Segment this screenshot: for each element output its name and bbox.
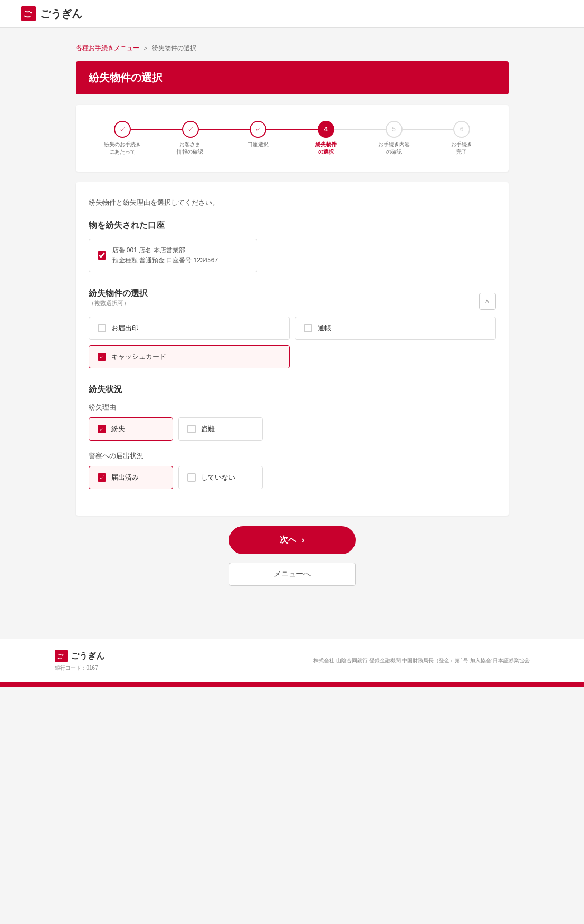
item-cash-card[interactable]: キャッシュカード bbox=[89, 345, 290, 368]
step-5-circle: 5 bbox=[386, 121, 403, 138]
menu-button[interactable]: メニューへ bbox=[229, 563, 356, 586]
account-box: 店番 001 店名 本店営業部 預金種類 普通預金 口座番号 1234567 bbox=[89, 239, 257, 272]
page-title: 紛失物件の選択 bbox=[76, 61, 509, 94]
next-button-arrow: › bbox=[302, 535, 305, 546]
step-1-right-line bbox=[131, 129, 156, 130]
next-button[interactable]: 次へ › bbox=[229, 526, 356, 554]
step-3-circle: ✓ bbox=[250, 121, 266, 138]
item-hanko[interactable]: お届出印 bbox=[89, 317, 290, 340]
step-6-left-line bbox=[428, 129, 453, 130]
red-bottom-bar bbox=[0, 682, 584, 687]
main-content: 各種お手続きメニュー ＞ 紛失物件の選択 紛失物件の選択 ✓ 紛失のお手続きにあ… bbox=[55, 28, 530, 617]
next-button-label: 次へ bbox=[280, 535, 296, 546]
button-area: 次へ › メニューへ bbox=[76, 526, 509, 586]
breadcrumb-current: 紛失物件の選択 bbox=[152, 44, 196, 53]
reason-funshitsu[interactable]: 紛失 bbox=[89, 417, 173, 441]
label-tsuchou: 通帳 bbox=[318, 323, 331, 333]
step-3-label: 口座選択 bbox=[247, 141, 269, 148]
step-indicator-card: ✓ 紛失のお手続きにあたって ✓ お客さま情報の確認 ✓ bbox=[76, 105, 509, 172]
breadcrumb: 各種お手続きメニュー ＞ 紛失物件の選択 bbox=[76, 44, 509, 53]
police-report-label: 警察への届出状況 bbox=[89, 451, 496, 461]
step-2-label: お客さま情報の確認 bbox=[177, 141, 203, 156]
account-info-line1: 店番 001 店名 本店営業部 bbox=[112, 245, 218, 255]
label-todoke-zumi: 届出済み bbox=[111, 473, 139, 482]
step-4: 4 紛失物件の選択 bbox=[292, 121, 360, 156]
step-4-circle: 4 bbox=[318, 121, 334, 138]
footer-logo-row: ご ごうぎん bbox=[55, 650, 104, 662]
logo-text: ごうぎん bbox=[40, 7, 82, 21]
step-2-right-line bbox=[199, 129, 224, 130]
report-shiteinai[interactable]: していない bbox=[178, 466, 263, 489]
step-3: ✓ 口座選択 bbox=[224, 121, 292, 148]
police-report-group: 届出済み していない bbox=[89, 466, 496, 489]
step-5-left-line bbox=[360, 129, 385, 130]
form-card: 紛失物件と紛失理由を選択してください。 物を紛失された口座 店番 001 店名 … bbox=[76, 182, 509, 516]
selection-subtitle: （複数選択可） bbox=[89, 299, 148, 307]
loss-reason-label: 紛失理由 bbox=[89, 403, 496, 412]
selection-header: 紛失物件の選択 （複数選択可） ∧ bbox=[89, 288, 496, 315]
label-tounan: 盗難 bbox=[201, 424, 215, 434]
step-6-circle: 6 bbox=[453, 121, 470, 138]
footer-bank-code: 銀行コード：0167 bbox=[55, 664, 104, 672]
step-4-right-line bbox=[334, 129, 360, 130]
checkbox-funshitsu bbox=[98, 425, 106, 433]
loss-reason-group: 紛失 盗難 bbox=[89, 417, 496, 441]
header: ご ごうぎん bbox=[0, 0, 584, 28]
loss-status-title: 紛失状況 bbox=[89, 384, 496, 395]
step-5: 5 お手続き内容の確認 bbox=[360, 121, 428, 156]
breadcrumb-link[interactable]: 各種お手続きメニュー bbox=[76, 44, 139, 53]
footer-legal: 株式会社 山陰合同銀行 登録金融機関 中国財務局長（登金）第1号 加入協会:日本… bbox=[313, 657, 529, 664]
label-funshitsu: 紛失 bbox=[111, 424, 125, 434]
collapse-button[interactable]: ∧ bbox=[479, 293, 496, 310]
step-2: ✓ お客さま情報の確認 bbox=[156, 121, 224, 156]
step-3-left-line bbox=[224, 129, 250, 130]
step-2-left-line bbox=[156, 129, 181, 130]
step-6-label: お手続き完了 bbox=[451, 141, 472, 156]
loss-status-section: 紛失状況 紛失理由 紛失 盗難 警察への届出状況 届出済み bbox=[89, 384, 496, 489]
checkbox-shiteinai bbox=[187, 473, 196, 482]
footer: ご ごうぎん 銀行コード：0167 株式会社 山陰合同銀行 登録金融機関 中国財… bbox=[0, 639, 584, 682]
label-cash-card: キャッシュカード bbox=[111, 352, 166, 361]
step-1: ✓ 紛失のお手続きにあたって bbox=[88, 121, 156, 156]
account-checkbox[interactable] bbox=[98, 251, 106, 260]
footer-logo-text: ごうぎん bbox=[71, 651, 104, 662]
svg-text:ご: ご bbox=[56, 652, 64, 660]
checkbox-tsuchou bbox=[304, 324, 312, 332]
step-4-left-line bbox=[292, 129, 318, 130]
checkbox-grid: お届出印 通帳 キャッシュカード bbox=[89, 317, 496, 368]
selection-section-title: 紛失物件の選択 bbox=[89, 288, 148, 299]
step-5-label: お手続き内容の確認 bbox=[378, 141, 410, 156]
step-5-right-line bbox=[403, 129, 428, 130]
account-info: 店番 001 店名 本店営業部 預金種類 普通預金 口座番号 1234567 bbox=[112, 245, 218, 265]
label-hanko: お届出印 bbox=[111, 323, 139, 333]
step-4-label: 紛失物件の選択 bbox=[315, 141, 337, 156]
item-tsuchou[interactable]: 通帳 bbox=[295, 317, 496, 340]
step-2-circle: ✓ bbox=[182, 121, 199, 138]
logo: ご ごうぎん bbox=[21, 6, 82, 21]
checkbox-hanko bbox=[98, 324, 106, 332]
account-section-title: 物を紛失された口座 bbox=[89, 220, 496, 231]
logo-icon: ご bbox=[21, 6, 36, 21]
step-1-circle: ✓ bbox=[114, 121, 131, 138]
checkbox-tounan bbox=[187, 425, 196, 433]
steps: ✓ 紛失のお手続きにあたって ✓ お客さま情報の確認 ✓ bbox=[89, 121, 496, 156]
footer-content: ご ごうぎん 銀行コード：0167 株式会社 山陰合同銀行 登録金融機関 中国財… bbox=[55, 650, 530, 672]
account-info-line2: 預金種類 普通預金 口座番号 1234567 bbox=[112, 255, 218, 265]
step-1-label: 紛失のお手続きにあたって bbox=[104, 141, 141, 156]
reason-tounan[interactable]: 盗難 bbox=[178, 417, 263, 441]
svg-text:ご: ご bbox=[23, 9, 33, 18]
checkbox-todoke-zumi bbox=[98, 473, 106, 482]
label-shiteinai: していない bbox=[201, 473, 235, 482]
form-instruction: 紛失物件と紛失理由を選択してください。 bbox=[89, 198, 496, 207]
breadcrumb-separator: ＞ bbox=[142, 44, 149, 53]
footer-logo-icon: ご bbox=[55, 650, 68, 662]
selection-title-wrapper: 紛失物件の選択 （複数選択可） bbox=[89, 288, 148, 315]
step-3-right-line bbox=[266, 129, 292, 130]
step-6: 6 お手続き完了 bbox=[428, 121, 496, 156]
footer-logo: ご ごうぎん 銀行コード：0167 bbox=[55, 650, 104, 672]
checkbox-cash-card bbox=[98, 353, 106, 361]
report-todoke-zumi[interactable]: 届出済み bbox=[89, 466, 173, 489]
